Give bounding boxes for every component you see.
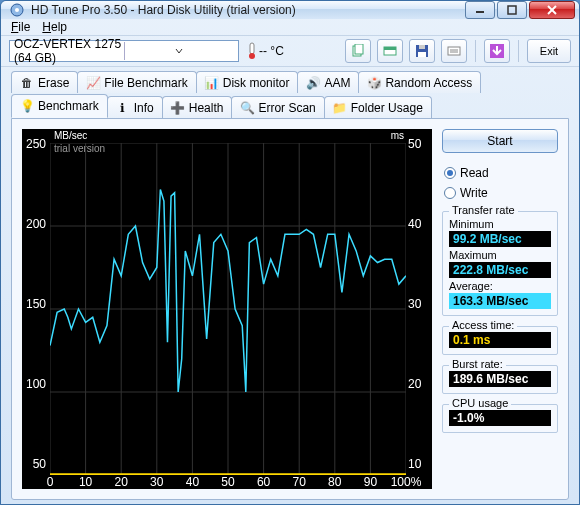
thermometer-icon bbox=[247, 42, 257, 60]
y-axis-right-label: ms bbox=[391, 130, 404, 141]
y-axis-left-label: MB/sec bbox=[54, 130, 87, 141]
tab-erase[interactable]: 🗑Erase bbox=[11, 71, 78, 93]
svg-point-1 bbox=[15, 8, 19, 12]
save-button[interactable] bbox=[409, 39, 435, 63]
radio-read[interactable]: Read bbox=[442, 165, 558, 181]
burst-rate-group: Burst rate: 189.6 MB/sec bbox=[442, 365, 558, 394]
minimum-value: 99.2 MB/sec bbox=[449, 231, 551, 247]
access-time-group: Access time: 0.1 ms bbox=[442, 326, 558, 355]
average-label: Average: bbox=[449, 280, 551, 292]
x-axis: 0102030405060708090100% bbox=[50, 475, 406, 489]
speaker-icon: 🔊 bbox=[306, 76, 320, 90]
temperature-display: -- °C bbox=[247, 42, 284, 60]
cpu-usage-group: CPU usage -1.0% bbox=[442, 404, 558, 433]
cpu-usage-value: -1.0% bbox=[449, 410, 551, 426]
tabstrip-row1: 🗑Erase 📈File Benchmark 📊Disk monitor 🔊AA… bbox=[1, 67, 579, 93]
bulb-icon: 💡 bbox=[20, 99, 34, 113]
group-title: Transfer rate bbox=[449, 204, 518, 216]
tab-file-benchmark[interactable]: 📈File Benchmark bbox=[77, 71, 196, 93]
transfer-rate-group: Transfer rate Minimum 99.2 MB/sec Maximu… bbox=[442, 211, 558, 316]
tab-random-access[interactable]: 🎲Random Access bbox=[358, 71, 481, 93]
maximize-button[interactable] bbox=[497, 1, 527, 19]
svg-rect-13 bbox=[418, 52, 426, 57]
access-time-value: 0.1 ms bbox=[449, 332, 551, 348]
health-icon: ➕ bbox=[171, 101, 185, 115]
drive-select[interactable]: OCZ-VERTEX 1275 (64 GB) bbox=[9, 40, 239, 62]
benchmark-chart: MB/sec ms trial version 250 200 150 100 … bbox=[22, 129, 432, 489]
radio-write[interactable]: Write bbox=[442, 185, 558, 201]
plot-area bbox=[50, 143, 406, 475]
y-axis-left: 250 200 150 100 50 bbox=[22, 129, 50, 489]
start-button[interactable]: Start bbox=[442, 129, 558, 153]
svg-rect-6 bbox=[250, 43, 254, 54]
maximum-value: 222.8 MB/sec bbox=[449, 262, 551, 278]
menu-file[interactable]: File bbox=[5, 19, 36, 35]
maximum-label: Maximum bbox=[449, 249, 551, 261]
svg-rect-9 bbox=[355, 44, 363, 54]
trash-icon: 🗑 bbox=[20, 76, 34, 90]
chevron-down-icon bbox=[124, 42, 235, 60]
minimize-tray-button[interactable] bbox=[484, 39, 510, 63]
burst-rate-value: 189.6 MB/sec bbox=[449, 371, 551, 387]
tab-info[interactable]: ℹInfo bbox=[107, 96, 163, 118]
app-window: HD Tune Pro 3.50 - Hard Disk Utility (tr… bbox=[0, 0, 580, 505]
tab-folder-usage[interactable]: 📁Folder Usage bbox=[324, 96, 432, 118]
dice-icon: 🎲 bbox=[367, 76, 381, 90]
menubar: File Help bbox=[1, 19, 579, 35]
folder-icon: 📁 bbox=[333, 101, 347, 115]
svg-rect-15 bbox=[448, 47, 460, 55]
average-value: 163.3 MB/sec bbox=[449, 293, 551, 309]
y-axis-right: 50 40 30 20 10 bbox=[404, 129, 432, 489]
app-icon bbox=[9, 2, 25, 18]
tab-health[interactable]: ➕Health bbox=[162, 96, 233, 118]
minimize-button[interactable] bbox=[465, 1, 495, 19]
group-title: Burst rate: bbox=[449, 358, 506, 370]
results-sidebar: Start Read Write Transfer rate Minimum 9… bbox=[442, 129, 558, 489]
minimum-label: Minimum bbox=[449, 218, 551, 230]
search-icon: 🔍 bbox=[240, 101, 254, 115]
tab-disk-monitor[interactable]: 📊Disk monitor bbox=[196, 71, 299, 93]
tab-aam[interactable]: 🔊AAM bbox=[297, 71, 359, 93]
screenshot-button[interactable] bbox=[377, 39, 403, 63]
options-button[interactable] bbox=[441, 39, 467, 63]
radio-icon bbox=[444, 187, 456, 199]
toolbar: OCZ-VERTEX 1275 (64 GB) -- °C Exit bbox=[1, 35, 579, 67]
close-button[interactable] bbox=[529, 1, 575, 19]
radio-icon bbox=[444, 167, 456, 179]
svg-rect-11 bbox=[384, 47, 396, 50]
group-title: Access time: bbox=[449, 319, 517, 331]
window-title: HD Tune Pro 3.50 - Hard Disk Utility (tr… bbox=[31, 3, 465, 17]
drive-select-value: OCZ-VERTEX 1275 (64 GB) bbox=[14, 37, 124, 65]
content-panel: MB/sec ms trial version 250 200 150 100 … bbox=[11, 118, 569, 500]
tab-benchmark[interactable]: 💡Benchmark bbox=[11, 94, 108, 118]
tabstrip-row2: 💡Benchmark ℹInfo ➕Health 🔍Error Scan 📁Fo… bbox=[1, 92, 579, 118]
svg-point-7 bbox=[249, 53, 255, 59]
group-title: CPU usage bbox=[449, 397, 511, 409]
info-icon: ℹ bbox=[116, 101, 130, 115]
chart-icon: 📈 bbox=[86, 76, 100, 90]
exit-button[interactable]: Exit bbox=[527, 39, 571, 63]
svg-rect-14 bbox=[419, 45, 425, 49]
tab-error-scan[interactable]: 🔍Error Scan bbox=[231, 96, 324, 118]
copy-info-button[interactable] bbox=[345, 39, 371, 63]
menu-help[interactable]: Help bbox=[36, 19, 73, 35]
titlebar[interactable]: HD Tune Pro 3.50 - Hard Disk Utility (tr… bbox=[1, 1, 579, 19]
svg-rect-3 bbox=[508, 6, 516, 14]
graph-icon: 📊 bbox=[205, 76, 219, 90]
